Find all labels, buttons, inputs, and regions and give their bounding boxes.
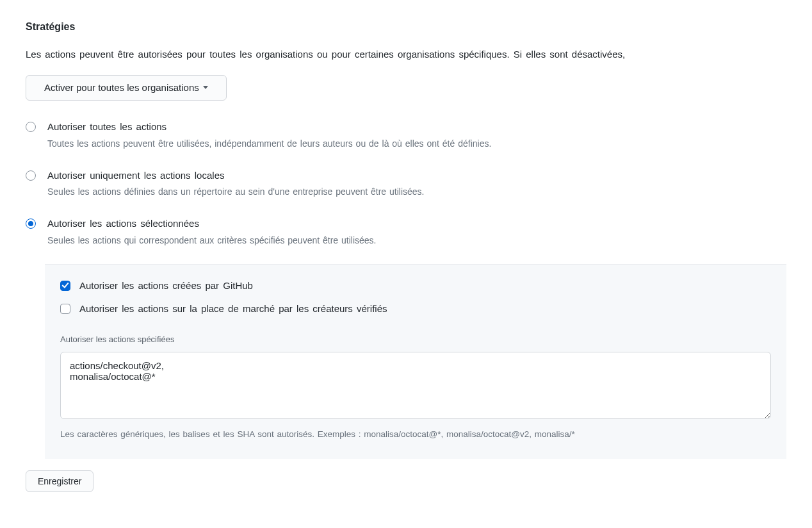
section-title: Stratégies <box>26 19 786 35</box>
radio-allow-all[interactable]: Autoriser toutes les actions Toutes les … <box>26 120 786 151</box>
specified-actions-input[interactable] <box>60 352 771 419</box>
radio-title: Autoriser les actions sélectionnées <box>47 217 377 231</box>
enable-scope-dropdown[interactable]: Activer pour toutes les organisations <box>26 75 227 101</box>
radio-control[interactable] <box>26 122 36 132</box>
specified-actions-label: Autoriser les actions spécifiées <box>60 333 771 346</box>
policy-radio-group: Autoriser toutes les actions Toutes les … <box>26 120 786 247</box>
checkbox-github[interactable] <box>60 281 70 291</box>
checkbox-row-marketplace[interactable]: Autoriser les actions sur la place de ma… <box>60 302 771 317</box>
radio-title: Autoriser uniquement les actions locales <box>47 169 424 183</box>
checkbox-github-label: Autoriser les actions créées par GitHub <box>79 279 253 293</box>
chevron-down-icon <box>203 86 208 89</box>
radio-title: Autoriser toutes les actions <box>47 120 491 135</box>
radio-desc: Seules les actions qui correspondent aux… <box>47 234 377 247</box>
radio-control[interactable] <box>26 219 36 229</box>
save-button[interactable]: Enregistrer <box>26 470 93 492</box>
checkbox-marketplace-label: Autoriser les actions sur la place de ma… <box>79 302 387 317</box>
intro-text: Les actions peuvent être autorisées pour… <box>26 47 786 62</box>
radio-control[interactable] <box>26 170 36 181</box>
radio-desc: Toutes les actions peuvent être utilisée… <box>47 137 491 151</box>
radio-desc: Seules les actions définies dans un répe… <box>47 185 424 199</box>
checkbox-marketplace[interactable] <box>60 304 70 314</box>
radio-allow-local[interactable]: Autoriser uniquement les actions locales… <box>26 169 786 199</box>
enable-scope-label: Activer pour toutes les organisations <box>44 81 199 95</box>
checkbox-row-github[interactable]: Autoriser les actions créées par GitHub <box>60 279 771 293</box>
selected-actions-panel: Autoriser les actions créées par GitHub … <box>45 264 786 459</box>
radio-allow-selected[interactable]: Autoriser les actions sélectionnées Seul… <box>26 217 786 247</box>
specified-actions-hint: Les caractères génériques, les balises e… <box>60 428 771 441</box>
